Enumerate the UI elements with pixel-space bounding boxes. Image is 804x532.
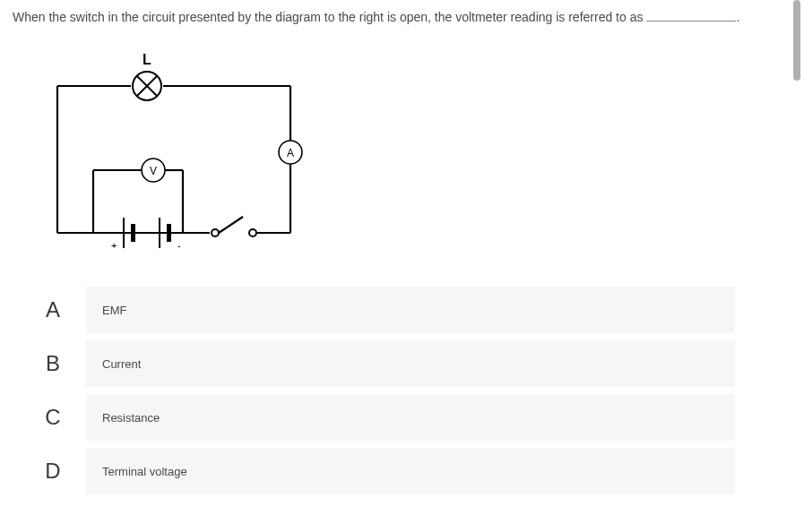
scrollbar[interactable] — [793, 0, 800, 532]
question-after: . — [736, 10, 739, 24]
svg-line-4 — [219, 217, 243, 233]
option-text: Current — [86, 340, 735, 387]
circuit-svg: L A V — [30, 54, 308, 260]
option-letter: B — [25, 340, 81, 387]
option-a[interactable]: A EMF — [25, 287, 735, 333]
voltmeter-label: V — [150, 165, 157, 177]
option-d[interactable]: D Terminal voltage — [25, 448, 735, 494]
polarity-plus: + — [111, 240, 117, 251]
option-text: Resistance — [86, 394, 735, 441]
scroll-thumb[interactable] — [793, 0, 800, 81]
circuit-diagram: L A V — [30, 54, 769, 263]
question-before: When the switch in the circuit presented… — [13, 10, 646, 24]
option-letter: A — [25, 287, 81, 333]
option-c[interactable]: C Resistance — [25, 394, 735, 441]
svg-rect-23 — [167, 224, 171, 242]
options-list: A EMF B Current C Resistance D Terminal … — [25, 287, 735, 494]
svg-point-8 — [249, 229, 256, 236]
question-text: When the switch in the circuit presented… — [13, 7, 769, 27]
svg-point-7 — [212, 229, 219, 236]
lamp-label: L — [143, 54, 151, 67]
option-letter: C — [25, 394, 81, 441]
option-text: EMF — [86, 287, 735, 333]
fill-blank — [646, 9, 736, 21]
polarity-minus: - — [177, 240, 181, 251]
ammeter-label: A — [287, 147, 294, 159]
svg-rect-19 — [131, 224, 135, 242]
option-b[interactable]: B Current — [25, 340, 735, 387]
option-text: Terminal voltage — [86, 448, 735, 494]
option-letter: D — [25, 448, 81, 494]
